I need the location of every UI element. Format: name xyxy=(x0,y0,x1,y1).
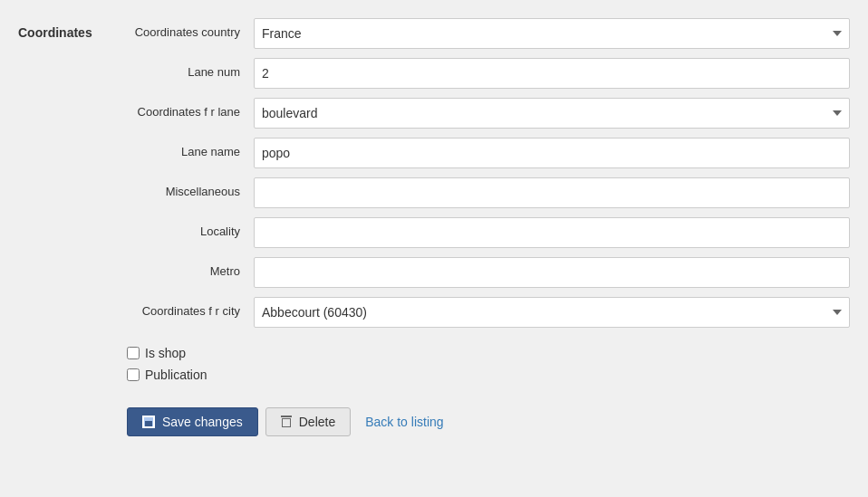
empty-section-2 xyxy=(18,98,118,105)
input-coordinates-fr-lane-wrapper: boulevard avenue rue impasse allée xyxy=(254,98,850,129)
row-miscellaneous: Miscellaneous xyxy=(18,177,850,208)
empty-section-4 xyxy=(18,177,118,185)
label-locality: Locality xyxy=(118,217,254,238)
empty-section-1 xyxy=(18,58,118,65)
label-miscellaneous: Miscellaneous xyxy=(118,177,254,198)
checkbox-row-publication: Publication xyxy=(127,368,850,382)
input-lane-num-wrapper xyxy=(254,58,850,89)
label-lane-name: Lane name xyxy=(118,138,254,158)
row-coordinates-fr-lane: Coordinates f r lane boulevard avenue ru… xyxy=(18,98,850,129)
miscellaneous-input[interactable] xyxy=(254,177,850,208)
save-icon xyxy=(142,416,155,428)
save-button[interactable]: Save changes xyxy=(127,407,258,436)
locality-input[interactable] xyxy=(254,217,850,248)
empty-section-3 xyxy=(18,138,118,145)
checkbox-row-is-shop: Is shop xyxy=(127,346,850,360)
row-metro: Metro xyxy=(18,257,850,288)
label-coordinates-fr-city: Coordinates f r city xyxy=(118,297,254,318)
coordinates-fr-city-select[interactable]: Abbecourt (60430) Paris (75000) Lyon (69… xyxy=(254,297,850,328)
is-shop-label: Is shop xyxy=(145,346,186,360)
input-metro-wrapper xyxy=(254,257,850,288)
back-to-listing-link[interactable]: Back to listing xyxy=(358,408,450,435)
publication-label: Publication xyxy=(145,368,207,382)
row-lane-name: Lane name xyxy=(18,138,850,168)
label-metro: Metro xyxy=(118,257,254,278)
publication-checkbox[interactable] xyxy=(127,368,140,381)
delete-button[interactable]: Delete xyxy=(265,407,351,436)
input-lane-name-wrapper xyxy=(254,138,850,168)
input-miscellaneous-wrapper xyxy=(254,177,850,208)
metro-input[interactable] xyxy=(254,257,850,288)
row-locality: Locality xyxy=(18,217,850,248)
label-coordinates-country: Coordinates country xyxy=(118,18,254,39)
page-wrapper: Coordinates Coordinates country France G… xyxy=(0,0,868,497)
delete-icon xyxy=(281,416,292,428)
input-coordinates-fr-city-wrapper: Abbecourt (60430) Paris (75000) Lyon (69… xyxy=(254,297,850,328)
empty-section-7 xyxy=(18,297,118,304)
label-lane-num: Lane num xyxy=(118,58,254,79)
actions-bar: Save changes Delete Back to listing xyxy=(18,398,850,445)
row-lane-num: Lane num xyxy=(18,58,850,89)
lane-num-input[interactable] xyxy=(254,58,850,89)
coordinates-country-select[interactable]: France Germany Spain Italy United Kingdo… xyxy=(254,18,850,49)
is-shop-checkbox[interactable] xyxy=(127,347,140,359)
section-label: Coordinates xyxy=(18,18,118,40)
empty-section-6 xyxy=(18,257,118,264)
input-locality-wrapper xyxy=(254,217,850,248)
form-container: Coordinates Coordinates country France G… xyxy=(0,9,868,454)
delete-button-label: Delete xyxy=(299,415,335,429)
save-button-label: Save changes xyxy=(162,415,243,429)
coordinates-fr-lane-select[interactable]: boulevard avenue rue impasse allée xyxy=(254,98,850,129)
lane-name-input[interactable] xyxy=(254,138,850,168)
empty-section-5 xyxy=(18,217,118,225)
label-coordinates-fr-lane: Coordinates f r lane xyxy=(118,98,254,119)
row-coordinates-country: Coordinates Coordinates country France G… xyxy=(18,18,850,49)
input-coordinates-country-wrapper: France Germany Spain Italy United Kingdo… xyxy=(254,18,850,49)
row-coordinates-fr-city: Coordinates f r city Abbecourt (60430) P… xyxy=(18,297,850,328)
checkboxes-section: Is shop Publication xyxy=(18,337,850,398)
back-to-listing-label: Back to listing xyxy=(365,415,443,429)
